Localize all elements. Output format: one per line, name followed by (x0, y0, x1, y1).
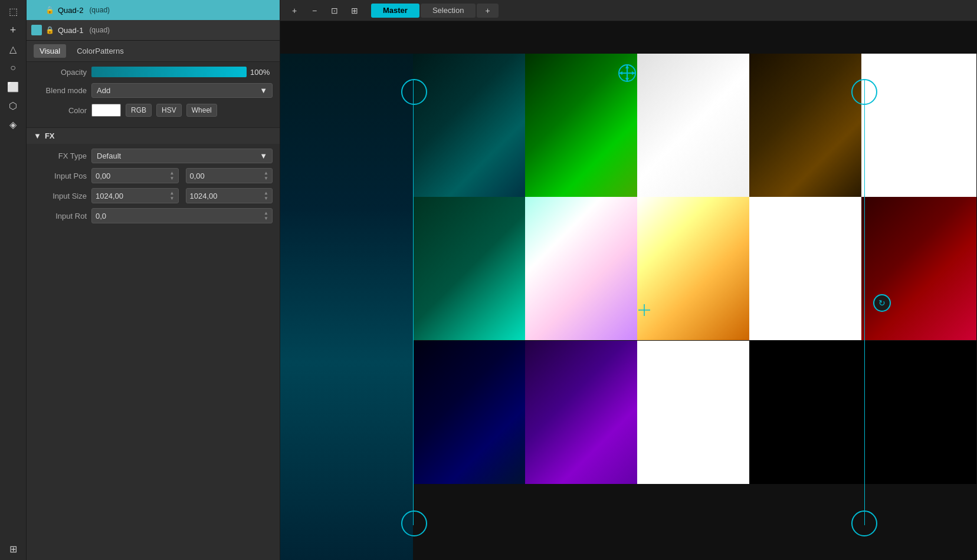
properties-panel: Visual ColorPatterns Opacity 100% Blend … (27, 41, 280, 560)
opacity-value: 100% (250, 68, 273, 77)
handle-rightmid[interactable]: ↻ (873, 294, 891, 312)
input-size-y-arrows[interactable]: ▲▼ (264, 190, 268, 201)
input-size-x-arrows[interactable]: ▲▼ (170, 190, 175, 201)
layer-type-quad2: (quad) (89, 6, 110, 14)
wheel-btn[interactable]: Wheel (186, 104, 217, 117)
input-pos-x[interactable]: 0,00 ▲▼ (91, 168, 179, 183)
fx-section-header[interactable]: ▼ FX (27, 127, 280, 144)
circle-tool-btn[interactable]: ○ (2, 59, 24, 77)
viewport[interactable]: ↻ (280, 21, 977, 560)
bg-left (280, 54, 413, 560)
grid-cell-30 (749, 54, 861, 197)
fx-label: FX (45, 131, 55, 140)
triangle-tool-btn[interactable]: △ (2, 40, 24, 58)
top-toolbar: + − ⊡ ⊞ Master Selection + (280, 0, 977, 21)
lock-icon-quad2: 🔒 (45, 6, 54, 14)
tab-colorpatterns[interactable]: ColorPatterns (71, 44, 129, 58)
input-pos-label: Input Pos (34, 172, 87, 180)
fx-type-arrow: ▼ (260, 151, 267, 160)
opacity-slider-container: 100% (91, 67, 273, 77)
layer-name-quad2: Quad-2 (58, 6, 83, 15)
grid-cell-21 (637, 197, 749, 340)
toolbar-strip: ⬚ + △ ○ ⬜ ⬡ ◈ ⊞ (0, 0, 27, 560)
tab-master[interactable]: Master (371, 4, 419, 18)
collapse-btn[interactable]: ⊡ (326, 4, 343, 18)
color-row: Color RGB HSV Wheel (34, 104, 273, 117)
layer-type-quad1: (quad) (89, 26, 110, 34)
handle-topright[interactable] (851, 79, 877, 105)
opacity-label: Opacity (34, 68, 87, 77)
remove-item-btn[interactable]: − (306, 4, 323, 18)
blend-mode-arrow: ▼ (260, 86, 267, 95)
main-tab-group: Master Selection + (371, 4, 499, 18)
object-tool-btn[interactable]: ◈ (2, 116, 24, 133)
layer-name-quad1: Quad-1 (58, 26, 83, 35)
blend-mode-label: Blend mode (34, 86, 87, 95)
layer-color-swatch-quad1 (31, 25, 42, 35)
opacity-row: Opacity 100% (34, 67, 273, 77)
opacity-section: Opacity 100% Blend mode Add ▼ Color RGB (27, 62, 280, 127)
color-label: Color (34, 106, 87, 115)
layer-item-quad2[interactable]: 🔒 Quad-2 (quad) (27, 0, 280, 20)
input-pos-x-arrows[interactable]: ▲▼ (170, 170, 175, 181)
expand-btn[interactable]: ⊞ (346, 4, 363, 18)
folder-tool-btn[interactable]: ⊞ (2, 540, 24, 558)
handle-topcenter[interactable] (617, 62, 638, 84)
fx-type-label: FX Type (34, 151, 87, 160)
properties-tab-bar: Visual ColorPatterns (27, 41, 280, 62)
main-area: + − ⊡ ⊞ Master Selection + (280, 0, 977, 560)
blend-mode-row: Blend mode Add ▼ (34, 83, 273, 98)
layer-list: 🔒 Quad-2 (quad) 🔒 Quad-1 (quad) (27, 0, 280, 41)
input-pos-row: Input Pos 0,00 ▲▼ 0,00 ▲▼ (34, 168, 273, 183)
select-tool-btn[interactable]: ⬚ (2, 2, 24, 20)
lock-icon-quad1: 🔒 (45, 26, 54, 34)
grid-cell-20 (637, 54, 749, 197)
fx-type-value: Default (97, 151, 121, 160)
grid-cell-22 (637, 341, 749, 484)
handle-bottomright[interactable] (851, 510, 877, 536)
grid-cell-00 (413, 54, 525, 197)
fx-type-row: FX Type Default ▼ (34, 149, 273, 163)
grid-cell-32 (749, 341, 861, 484)
add-item-btn[interactable]: + (286, 4, 303, 18)
rgb-btn[interactable]: RGB (126, 104, 152, 117)
input-rot-label: Input Rot (34, 212, 87, 220)
layer-item-quad1[interactable]: 🔒 Quad-1 (quad) (27, 20, 280, 40)
input-pos-y[interactable]: 0,00 ▲▼ (186, 168, 273, 183)
color-swatch[interactable] (91, 104, 121, 117)
shape-tool-btn[interactable]: ⬡ (2, 97, 24, 114)
input-rot-row: Input Rot 0,0 ▲▼ (34, 208, 273, 223)
input-size-label: Input Size (34, 192, 87, 200)
grid-cell-41 (861, 197, 976, 340)
center-cross[interactable] (638, 304, 650, 316)
input-size-x[interactable]: 1024,00 ▲▼ (91, 188, 179, 203)
input-size-row: Input Size 1024,00 ▲▼ 1024,00 ▲▼ (34, 188, 273, 203)
input-pos-y-arrows[interactable]: ▲▼ (264, 170, 268, 181)
hsv-btn[interactable]: HSV (156, 104, 182, 117)
handle-bottomleft[interactable] (401, 510, 427, 536)
blend-mode-value: Add (97, 86, 110, 95)
quad-tool-btn[interactable]: ⬜ (2, 78, 24, 95)
grid-cell-42 (861, 341, 976, 484)
layer-color-swatch-quad2 (31, 5, 42, 15)
grid-cell-31 (749, 197, 861, 340)
opacity-slider[interactable] (91, 67, 247, 77)
grid-cell-12 (525, 341, 637, 484)
grid-cell-02 (413, 341, 525, 484)
input-size-y[interactable]: 1024,00 ▲▼ (186, 188, 273, 203)
tab-visual[interactable]: Visual (34, 44, 66, 58)
handle-topleft[interactable] (401, 79, 427, 105)
tab-selection[interactable]: Selection (421, 4, 476, 18)
input-rot-value[interactable]: 0,0 ▲▼ (91, 208, 273, 223)
blend-mode-select[interactable]: Add ▼ (91, 83, 273, 98)
left-panel: 🔒 Quad-2 (quad) 🔒 Quad-1 (quad) Visual C… (27, 0, 280, 560)
tab-add[interactable]: + (477, 4, 498, 18)
grid-cell-11 (525, 197, 637, 340)
input-rot-arrows[interactable]: ▲▼ (264, 210, 268, 221)
move-tool-btn[interactable]: + (2, 21, 24, 39)
fx-type-select[interactable]: Default ▼ (91, 149, 273, 163)
fx-section: FX Type Default ▼ Input Pos 0,00 ▲▼ 0,00… (27, 144, 280, 233)
grid-cell-01 (413, 197, 525, 340)
color-grid (413, 54, 861, 484)
grid-cell-40 (861, 54, 976, 197)
